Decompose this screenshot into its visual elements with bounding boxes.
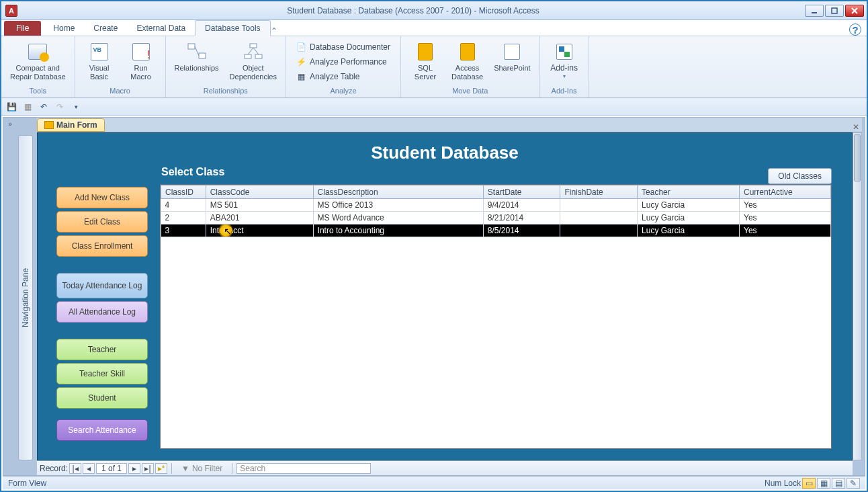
- class-enrollment-button[interactable]: Class Enrollment: [56, 235, 148, 257]
- scroll-thumb[interactable]: [854, 134, 861, 181]
- analyze-table-label: Analyze Table: [310, 72, 360, 81]
- table-cell[interactable]: MS 501: [206, 199, 313, 212]
- col-currentactive[interactable]: CurrentActive: [740, 186, 831, 199]
- close-button[interactable]: [845, 5, 864, 17]
- minimize-ribbon-icon[interactable]: ⌃: [271, 26, 277, 36]
- object-dependencies-label: Object Dependencies: [230, 64, 277, 81]
- col-finishdate[interactable]: FinishDate: [560, 186, 638, 199]
- access-database-button[interactable]: Access Database: [447, 39, 488, 83]
- view-form-icon[interactable]: ▭: [802, 478, 816, 489]
- table-cell[interactable]: Lucy Garcia: [638, 212, 740, 224]
- tab-create[interactable]: Create: [84, 21, 127, 36]
- form-tab-main[interactable]: Main Form: [37, 118, 105, 132]
- col-classcode[interactable]: ClassCode: [206, 186, 313, 199]
- table-cell[interactable]: [560, 224, 638, 237]
- table-cell[interactable]: Lucy Garcia: [638, 224, 740, 237]
- record-position-input[interactable]: 1 of 1: [96, 463, 127, 474]
- table-cell[interactable]: Intro to Accounting: [313, 224, 483, 237]
- col-classdescription[interactable]: ClassDescription: [313, 186, 483, 199]
- table-cell[interactable]: 4: [161, 199, 206, 212]
- vertical-scrollbar[interactable]: [853, 132, 862, 460]
- form-tab-close-icon[interactable]: ✕: [853, 122, 859, 132]
- tab-home[interactable]: Home: [44, 21, 84, 36]
- documenter-icon: 📄: [296, 42, 307, 52]
- teacher-skill-button[interactable]: Teacher Skill: [56, 363, 148, 384]
- table-cell[interactable]: 8/21/2014: [483, 212, 560, 224]
- undo-icon[interactable]: ↶: [38, 101, 50, 113]
- add-new-class-button[interactable]: Add New Class: [56, 187, 148, 208]
- table-cell[interactable]: Lucy Garcia: [638, 199, 740, 212]
- table-cell[interactable]: Yes: [740, 199, 831, 212]
- col-classid[interactable]: ClassID: [161, 186, 206, 199]
- view-design-icon[interactable]: ✎: [847, 478, 860, 489]
- table-cell[interactable]: MS Office 2013: [313, 199, 483, 212]
- maximize-button[interactable]: [825, 5, 844, 17]
- all-attendance-button[interactable]: All Attendance Log: [56, 301, 148, 323]
- table-cell[interactable]: 3: [161, 224, 206, 237]
- nav-shutter-toggle[interactable]: »: [3, 118, 17, 131]
- table-row[interactable]: 3Intro Acct↖Intro to Accounting8/5/2014L…: [161, 224, 831, 237]
- table-cell[interactable]: Yes: [740, 224, 831, 237]
- compact-repair-button[interactable]: Compact and Repair Database: [5, 39, 71, 83]
- ribbon-tab-strip: File Home Create External Data Database …: [1, 20, 867, 36]
- table-cell[interactable]: 9/4/2014: [483, 199, 560, 212]
- table-cell[interactable]: [560, 212, 638, 224]
- edit-class-button[interactable]: Edit Class: [56, 211, 148, 233]
- table-cell[interactable]: Intro Acct↖: [206, 224, 313, 237]
- view-datasheet-icon[interactable]: ▦: [817, 478, 830, 489]
- table-cell[interactable]: [560, 199, 638, 212]
- analyze-table-button[interactable]: ▦Analyze Table: [293, 70, 394, 83]
- table-row[interactable]: 2ABA201MS Word Advance8/21/2014Lucy Garc…: [161, 212, 831, 224]
- svg-rect-8: [245, 54, 251, 58]
- table-cell[interactable]: 8/5/2014: [483, 224, 560, 237]
- visual-basic-button[interactable]: VB Visual Basic: [79, 39, 120, 83]
- table-cell[interactable]: Yes: [740, 212, 831, 224]
- save-icon[interactable]: 💾: [5, 101, 17, 113]
- col-teacher[interactable]: Teacher: [638, 186, 740, 199]
- today-attendance-button[interactable]: Today Attendance Log: [56, 273, 148, 298]
- teacher-button[interactable]: Teacher: [56, 339, 148, 360]
- table-row[interactable]: 4MS 501MS Office 20139/4/2014Lucy Garcia…: [161, 199, 831, 212]
- visual-basic-label: Visual Basic: [89, 64, 110, 81]
- document-area: » Navigation Pane Main Form ✕ Student Da…: [3, 117, 865, 476]
- tab-external-data[interactable]: External Data: [127, 21, 195, 36]
- sql-server-button[interactable]: SQL Server: [405, 39, 445, 83]
- view-layout-icon[interactable]: ▤: [832, 478, 845, 489]
- access-database-label: Access Database: [451, 64, 483, 81]
- record-next-button[interactable]: ▸: [128, 463, 140, 474]
- file-tab[interactable]: File: [4, 21, 41, 36]
- minimize-button[interactable]: [805, 5, 824, 17]
- object-dependencies-button[interactable]: Object Dependencies: [225, 39, 281, 83]
- table-cell[interactable]: MS Word Advance: [313, 212, 483, 224]
- ribbon: Compact and Repair Database Tools VB Vis…: [1, 36, 867, 98]
- tab-database-tools[interactable]: Database Tools: [195, 20, 271, 36]
- record-first-button[interactable]: |◂: [69, 463, 81, 474]
- class-table[interactable]: ClassID ClassCode ClassDescription Start…: [160, 184, 832, 449]
- help-icon[interactable]: ?: [849, 24, 861, 36]
- col-startdate[interactable]: StartDate: [483, 186, 560, 199]
- app-icon: A: [5, 5, 17, 17]
- old-classes-button[interactable]: Old Classes: [768, 168, 832, 184]
- qat-customize-icon[interactable]: ▾: [70, 101, 82, 113]
- navigation-pane[interactable]: Navigation Pane: [18, 135, 33, 460]
- search-attendance-button[interactable]: Search Attendance: [56, 419, 148, 441]
- student-button[interactable]: Student: [56, 387, 148, 409]
- status-bar: Form View Num Lock ▭ ▦ ▤ ✎: [3, 476, 865, 489]
- addins-button[interactable]: Add-ins▾: [544, 39, 584, 81]
- table-cell[interactable]: ABA201: [206, 212, 313, 224]
- qat-object-icon[interactable]: ▦: [21, 101, 34, 113]
- record-search-input[interactable]: Search: [236, 463, 371, 474]
- record-new-button[interactable]: ▸*: [155, 463, 167, 474]
- filter-toggle[interactable]: ▼No Filter: [181, 464, 222, 473]
- database-documenter-button[interactable]: 📄Database Documenter: [293, 40, 394, 54]
- sharepoint-button[interactable]: SharePoint: [489, 39, 535, 75]
- relationships-button[interactable]: Relationships: [170, 39, 224, 75]
- record-prev-button[interactable]: ◂: [83, 463, 95, 474]
- redo-icon[interactable]: ↷: [54, 101, 66, 113]
- table-cell[interactable]: 2: [161, 212, 206, 224]
- record-last-button[interactable]: ▸|: [142, 463, 154, 474]
- sharepoint-icon: [501, 41, 523, 63]
- status-view-label: Form View: [8, 479, 46, 488]
- analyze-performance-button[interactable]: ⚡Analyze Performance: [293, 55, 394, 69]
- run-macro-button[interactable]: ! Run Macro: [121, 39, 161, 83]
